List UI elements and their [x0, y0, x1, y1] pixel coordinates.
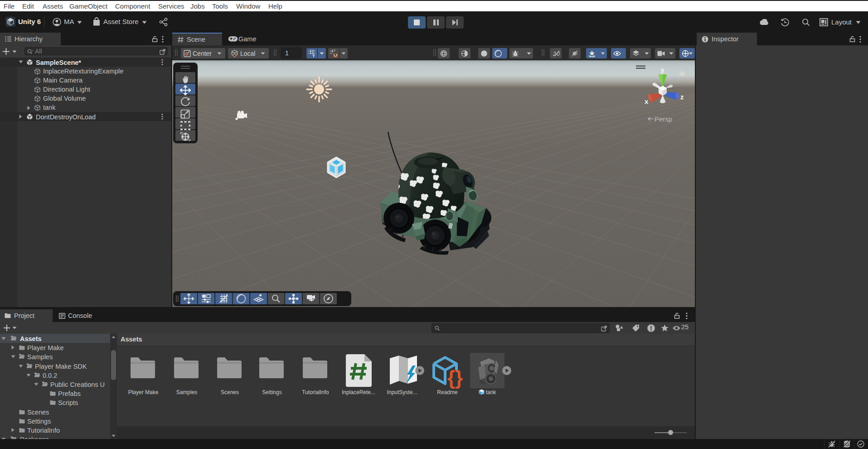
- svg-text:Persp: Persp: [655, 115, 672, 123]
- svg-text:Y: Y: [312, 54, 315, 58]
- svg-text:x: x: [645, 98, 649, 105]
- svg-text:z: z: [680, 93, 684, 101]
- svg-text:{}: {}: [447, 366, 463, 389]
- svg-text:y: y: [661, 66, 665, 73]
